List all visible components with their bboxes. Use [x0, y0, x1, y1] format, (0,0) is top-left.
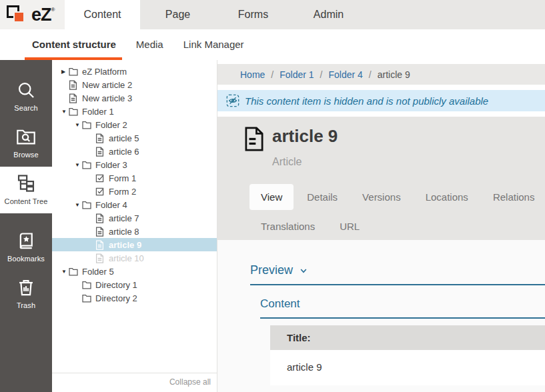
- sub-navigation: Content structureMediaLink Manager: [0, 29, 545, 60]
- folder-icon: [69, 67, 78, 77]
- folder-icon: [69, 107, 78, 117]
- top-bar: eZ® ContentPageFormsAdmin: [0, 0, 545, 29]
- article-icon: [95, 227, 105, 237]
- tree-item-label: article 8: [109, 227, 139, 237]
- browse-icon: [0, 127, 52, 147]
- sidebar-item-label: Content Tree: [0, 197, 52, 205]
- topbar-tab-admin[interactable]: Admin: [291, 0, 366, 29]
- article-icon: [95, 213, 105, 223]
- tree-item-label: Folder 2: [95, 120, 127, 130]
- sidebar: SearchBrowseContent TreeBookmarksTrash: [0, 60, 52, 392]
- content-fields-section: Content Title: article 9: [260, 297, 545, 385]
- tab-view[interactable]: View: [249, 184, 294, 210]
- tab-locations[interactable]: Locations: [414, 184, 480, 210]
- subnav-item-media[interactable]: Media: [136, 30, 163, 59]
- expander-expanded-icon[interactable]: ▼: [61, 109, 69, 115]
- tree-item-label: Directory 2: [95, 293, 137, 303]
- trash-icon: [0, 278, 52, 298]
- tree-item-folder-2[interactable]: ▼Folder 2: [52, 118, 217, 131]
- form-icon: [95, 187, 105, 197]
- logo-square-front: [13, 11, 25, 23]
- tab-translations[interactable]: Translations: [249, 213, 326, 239]
- content-tabs: ViewDetailsVersionsLocationsRelationsTra…: [249, 184, 545, 239]
- content-section-title: Content: [260, 297, 545, 319]
- sidebar-item-bookmarks[interactable]: Bookmarks: [0, 224, 52, 271]
- field-label: Title:: [270, 325, 545, 350]
- tree-item-label: Form 1: [109, 173, 136, 183]
- tree-item-folder-3[interactable]: ▼Folder 3: [52, 158, 217, 171]
- collapse-all-button[interactable]: Collapse all: [169, 377, 211, 387]
- tree-item-directory-1[interactable]: Directory 1: [52, 278, 217, 291]
- subnav-item-link-manager[interactable]: Link Manager: [183, 30, 244, 59]
- expander-expanded-icon[interactable]: ▼: [75, 202, 82, 208]
- folder-icon: [82, 120, 91, 130]
- search-icon: [0, 81, 52, 101]
- breadcrumb-link-folder-4[interactable]: Folder 4: [329, 69, 363, 80]
- tree-item-article-9[interactable]: article 9: [52, 238, 217, 251]
- tree-item-folder-5[interactable]: ▼Folder 5: [52, 265, 217, 278]
- tree-item-new-article-2[interactable]: New article 2: [52, 78, 217, 91]
- subnav-item-content-structure[interactable]: Content structure: [32, 30, 116, 59]
- logo-text: eZ®: [31, 5, 54, 25]
- tab-versions[interactable]: Versions: [351, 184, 412, 210]
- content-header-block: article 9 Article ViewDetailsVersionsLoc…: [217, 117, 545, 240]
- tree-item-article-5[interactable]: article 5: [52, 131, 217, 145]
- preview-section-toggle[interactable]: Preview: [250, 263, 545, 285]
- tree-item-article-7[interactable]: article 7: [52, 211, 217, 225]
- tree-item-article-10[interactable]: article 10: [52, 251, 217, 265]
- expander-expanded-icon[interactable]: ▼: [75, 162, 82, 168]
- breadcrumb-link-home[interactable]: Home: [240, 69, 265, 80]
- topbar-tab-forms[interactable]: Forms: [215, 0, 291, 29]
- tree-item-article-6[interactable]: article 6: [52, 145, 217, 158]
- sidebar-item-trash[interactable]: Trash: [0, 271, 52, 317]
- tree-item-article-8[interactable]: article 8: [52, 225, 217, 238]
- tree-item-ez-platform[interactable]: ▶eZ Platform: [52, 65, 217, 78]
- sidebar-item-browse[interactable]: Browse: [0, 120, 52, 167]
- topbar-tab-content[interactable]: Content: [65, 0, 140, 29]
- ez-logo[interactable]: eZ®: [0, 0, 65, 29]
- main-content: Home/Folder 1/Folder 4/article 9 This co…: [217, 60, 545, 392]
- folder-icon: [69, 267, 78, 277]
- content-tree: ▶eZ PlatformNew article 2New article 3▼F…: [52, 60, 217, 373]
- sidebar-item-search[interactable]: Search: [0, 73, 52, 120]
- folder-icon: [82, 160, 91, 170]
- hidden-content-notice: This content item is hidden and is not p…: [217, 90, 545, 111]
- breadcrumb-link-folder-1[interactable]: Folder 1: [280, 69, 314, 80]
- tree-item-label: Folder 1: [82, 107, 114, 117]
- content-tree-icon: [0, 174, 52, 194]
- sidebar-item-content-tree[interactable]: Content Tree: [0, 167, 52, 213]
- notice-text: This content item is hidden and is not p…: [245, 95, 488, 107]
- tree-item-label: article 7: [109, 213, 139, 223]
- tree-item-label: Form 2: [109, 187, 136, 197]
- tab-relations[interactable]: Relations: [482, 184, 545, 210]
- tree-item-label: New article 2: [82, 80, 132, 90]
- tree-item-label: article 5: [109, 133, 139, 143]
- expander-expanded-icon[interactable]: ▼: [61, 269, 69, 275]
- tree-item-folder-1[interactable]: ▼Folder 1: [52, 105, 217, 118]
- tree-item-directory-2[interactable]: Directory 2: [52, 291, 217, 305]
- bookmarks-icon: [0, 231, 52, 251]
- tab-details[interactable]: Details: [296, 184, 349, 210]
- preview-label: Preview: [250, 263, 293, 277]
- sidebar-item-label: Search: [0, 104, 52, 112]
- tree-item-folder-4[interactable]: ▼Folder 4: [52, 198, 217, 211]
- tree-item-form-1[interactable]: Form 1: [52, 171, 217, 185]
- tab-url[interactable]: URL: [328, 213, 371, 239]
- tree-item-new-article-3[interactable]: New article 3: [52, 91, 217, 105]
- expander-expanded-icon[interactable]: ▼: [75, 122, 82, 128]
- topbar-tab-page[interactable]: Page: [140, 0, 215, 29]
- breadcrumb: Home/Folder 1/Folder 4/article 9: [217, 64, 545, 85]
- view-tab-content: Preview Content Title: article 9: [217, 240, 545, 392]
- form-icon: [95, 173, 105, 183]
- expander-collapsed-icon[interactable]: ▶: [61, 69, 69, 75]
- article-icon: [95, 253, 105, 263]
- article-icon: [95, 133, 105, 143]
- folder-icon: [82, 280, 91, 290]
- breadcrumb-current: article 9: [378, 69, 410, 80]
- tree-item-form-2[interactable]: Form 2: [52, 185, 217, 198]
- folder-icon: [82, 200, 91, 210]
- article-icon: [69, 80, 78, 90]
- tree-footer: Collapse all: [52, 373, 217, 392]
- article-icon: [69, 93, 78, 103]
- ez-platform-admin: eZ® ContentPageFormsAdmin Content struct…: [0, 0, 545, 392]
